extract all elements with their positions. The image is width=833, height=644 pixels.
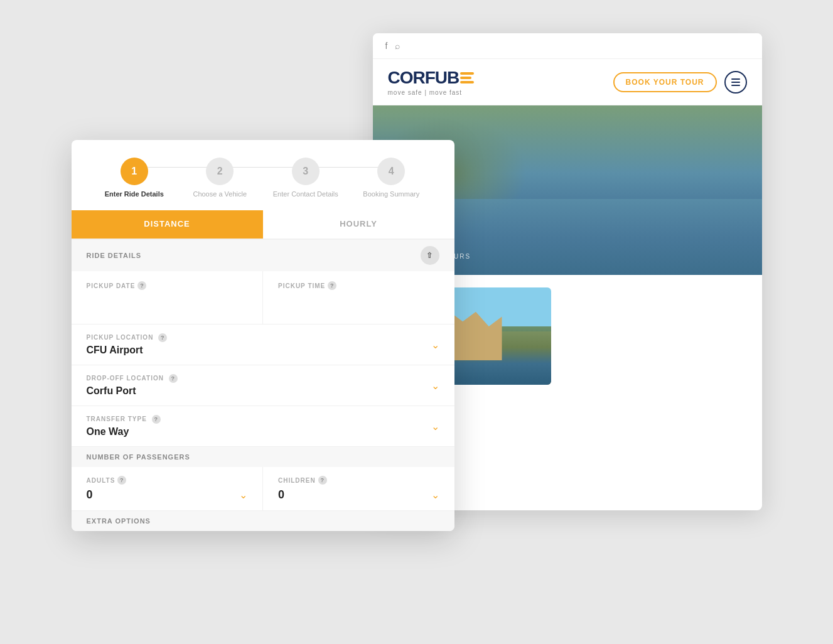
- passengers-row: ADULTS ? 0 ⌄ CHILDREN ? 0 ⌄: [72, 467, 454, 511]
- pickup-location-value: CFU Airport: [87, 345, 168, 356]
- transfer-type-row[interactable]: TRANSFER TYPE ? One Way ⌄: [72, 406, 454, 447]
- step-2-circle: 2: [206, 158, 234, 185]
- adults-value: 0: [87, 488, 93, 502]
- step-2: 2 Choose a Vehicle: [177, 158, 263, 198]
- pickup-date-help-icon: ?: [137, 281, 146, 290]
- dropoff-location-help-icon: ?: [169, 374, 178, 383]
- adults-chevron: ⌄: [239, 489, 247, 501]
- dropoff-location-content: DROP-OFF LOCATION ? Corfu Port: [87, 374, 178, 397]
- step-3: 3 Enter Contact Details: [263, 158, 349, 198]
- step-3-circle: 3: [292, 158, 320, 185]
- pickup-location-content: PICKUP LOCATION ? CFU Airport: [87, 333, 168, 356]
- ride-details-label: RIDE DETAILS: [87, 252, 142, 259]
- topbar: f ⌕: [373, 33, 762, 59]
- children-label: CHILDREN ?: [278, 476, 439, 485]
- logo-name: CORFU: [388, 68, 448, 88]
- step-4-circle: 4: [377, 158, 405, 185]
- children-value: 0: [278, 488, 284, 502]
- transfer-type-label: TRANSFER TYPE ?: [87, 415, 161, 424]
- collapse-button[interactable]: ⇧: [421, 246, 439, 265]
- menu-button[interactable]: [724, 71, 747, 94]
- menu-line-1: [731, 78, 740, 80]
- pickup-location-chevron: ⌄: [431, 339, 439, 351]
- step-2-number: 2: [217, 166, 223, 177]
- dropoff-location-value: Corfu Port: [87, 385, 178, 397]
- steps-indicator: 1 Enter Ride Details 2 Choose a Vehicle …: [72, 140, 454, 210]
- pickup-time-help-icon: ?: [328, 281, 336, 290]
- passengers-header: NUMBER OF PASSENGERS: [72, 447, 454, 467]
- logo-bee-text: B: [447, 68, 459, 88]
- passengers-label: NUMBER OF PASSENGERS: [87, 453, 190, 461]
- step-4: 4 Booking Summary: [348, 158, 434, 198]
- children-chevron: ⌄: [431, 489, 439, 501]
- tab-hourly[interactable]: HOURLY: [263, 210, 454, 239]
- adults-select[interactable]: 0 ⌄: [87, 488, 248, 502]
- nav-bar: CORFU B move safe | move fast BOOK YOUR …: [373, 59, 762, 105]
- step-2-label: Choose a Vehicle: [193, 190, 247, 198]
- pickup-location-label: PICKUP LOCATION ?: [87, 333, 168, 342]
- pickup-time-label: PICKUP TIME ?: [278, 281, 439, 290]
- adults-help-icon: ?: [117, 476, 126, 485]
- book-tour-button[interactable]: BOOK YOUR TOUR: [613, 72, 717, 92]
- pickup-date-field: PICKUP DATE ?: [72, 271, 264, 324]
- extra-options-header: EXTRA OPTIONS: [72, 511, 454, 531]
- pickup-date-label: PICKUP DATE ?: [87, 281, 248, 290]
- step-1-number: 1: [131, 166, 137, 177]
- menu-line-3: [731, 85, 740, 86]
- booking-form-card: 1 Enter Ride Details 2 Choose a Vehicle …: [72, 140, 454, 531]
- menu-line-2: [731, 82, 740, 83]
- children-field: CHILDREN ? 0 ⌄: [263, 467, 454, 510]
- logo-text: CORFU B: [388, 68, 475, 88]
- step-3-label: Enter Contact Details: [273, 190, 338, 198]
- transfer-type-chevron: ⌄: [431, 421, 439, 432]
- step-1-label: Enter Ride Details: [105, 190, 164, 198]
- transfer-type-content: TRANSFER TYPE ? One Way: [87, 415, 161, 437]
- pickup-row: PICKUP DATE ? PICKUP TIME ?: [72, 271, 454, 325]
- dropoff-location-label: DROP-OFF LOCATION ?: [87, 374, 178, 383]
- facebook-icon: f: [385, 41, 388, 51]
- step-4-number: 4: [389, 166, 394, 177]
- tab-distance[interactable]: DISTANCE: [72, 210, 263, 239]
- step-3-number: 3: [303, 166, 308, 177]
- transfer-type-help-icon: ?: [152, 415, 161, 424]
- pickup-location-row[interactable]: PICKUP LOCATION ? CFU Airport ⌄: [72, 325, 454, 365]
- step-1: 1 Enter Ride Details: [92, 158, 178, 198]
- nav-right: BOOK YOUR TOUR: [613, 71, 747, 94]
- pickup-time-input[interactable]: [278, 294, 439, 314]
- adults-field: ADULTS ? 0 ⌄: [72, 467, 264, 510]
- pickup-date-input[interactable]: [87, 294, 248, 314]
- adults-label: ADULTS ?: [87, 476, 248, 485]
- dropoff-location-row[interactable]: DROP-OFF LOCATION ? Corfu Port ⌄: [72, 365, 454, 406]
- ride-details-header: RIDE DETAILS ⇧: [72, 240, 454, 271]
- search-icon: ⌕: [395, 41, 400, 51]
- logo: CORFU B move safe | move fast: [388, 68, 475, 96]
- logo-subtitle: move safe | move fast: [388, 89, 475, 96]
- pickup-time-field: PICKUP TIME ?: [263, 271, 454, 324]
- pickup-location-help-icon: ?: [158, 333, 167, 342]
- step-4-label: Booking Summary: [363, 190, 419, 198]
- children-help-icon: ?: [318, 476, 327, 485]
- tabs: DISTANCE HOURLY: [72, 210, 454, 240]
- dropoff-location-chevron: ⌄: [431, 380, 439, 392]
- logo-bee-stripes: [460, 72, 474, 83]
- extra-options-label: EXTRA OPTIONS: [87, 517, 151, 525]
- children-select[interactable]: 0 ⌄: [278, 488, 439, 502]
- step-1-circle: 1: [121, 158, 148, 185]
- transfer-type-value: One Way: [87, 426, 161, 437]
